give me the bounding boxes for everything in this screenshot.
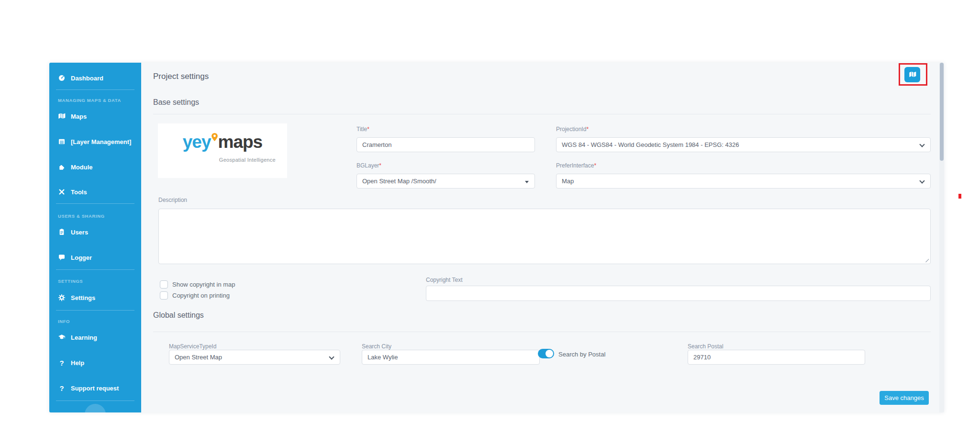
question-mark-icon: ? xyxy=(58,359,66,367)
sidebar-section-settings: SETTINGS xyxy=(58,278,83,284)
sidebar-section-info: INFO xyxy=(58,319,70,324)
page-title: Project settings xyxy=(153,72,209,81)
search-postal-input[interactable] xyxy=(688,350,865,365)
copyright-text-input[interactable] xyxy=(426,286,931,301)
search-city-input[interactable] xyxy=(362,350,540,365)
sidebar-section-managing-maps: MANAGING MAPS & DATA xyxy=(58,98,121,103)
map-icon xyxy=(58,112,66,120)
required-asterisk: * xyxy=(379,162,381,169)
sidebar-item-label: Dashboard xyxy=(71,75,103,82)
title-field-label: Title* xyxy=(356,126,369,133)
preferinterface-field-label: PreferInterface* xyxy=(556,162,596,169)
map-view-button[interactable] xyxy=(904,67,920,82)
description-field-label: Description xyxy=(158,197,187,203)
resize-handle-icon[interactable] xyxy=(924,257,929,262)
projectionid-select[interactable]: WGS 84 - WGS84 - World Geodetic System 1… xyxy=(556,137,931,152)
gear-icon xyxy=(58,294,66,301)
bglayer-selected-value: Open Street Map /Smooth/ xyxy=(362,178,436,185)
sidebar-item-layer-management[interactable]: [Layer Management] xyxy=(58,136,131,147)
user-avatar[interactable] xyxy=(85,404,106,412)
section-divider xyxy=(153,114,931,114)
tools-icon xyxy=(58,188,66,196)
title-input[interactable] xyxy=(356,137,535,152)
checkbox-label: Show copyright in map xyxy=(172,281,235,288)
copyright-on-printing-row[interactable]: Copyright on printing xyxy=(160,291,230,300)
sidebar-item-label: Module xyxy=(71,164,93,171)
chevron-down-icon xyxy=(919,178,924,183)
search-by-postal-label: Search by Postal xyxy=(558,351,605,358)
sidebar-item-label: Tools xyxy=(71,189,87,196)
mapservicetypeid-select[interactable]: Open Street Map xyxy=(169,350,340,365)
logo-text-maps: maps xyxy=(218,132,263,152)
clipboard-icon xyxy=(58,228,66,236)
sidebar-item-label: Support request xyxy=(71,385,119,392)
chat-bubble-icon xyxy=(58,254,66,261)
sidebar-item-learning[interactable]: Learning xyxy=(58,332,97,343)
sidebar-item-users[interactable]: Users xyxy=(58,227,88,237)
base-settings-heading: Base settings xyxy=(153,98,199,107)
bglayer-field-label: BGLayer* xyxy=(356,162,381,169)
global-settings-heading: Global settings xyxy=(153,311,204,320)
save-changes-button[interactable]: Save changes xyxy=(880,391,929,405)
checkbox-label: Copyright on printing xyxy=(172,292,230,299)
search-city-field-label: Search City xyxy=(362,343,391,350)
sidebar-item-label: Help xyxy=(71,359,84,367)
chevron-down-icon xyxy=(329,354,334,359)
preferinterface-select[interactable]: Map xyxy=(556,174,931,189)
sidebar-item-settings[interactable]: Settings xyxy=(58,292,95,303)
preferinterface-selected-value: Map xyxy=(562,178,574,185)
sidebar-divider xyxy=(56,269,134,270)
graduation-cap-icon xyxy=(58,334,66,341)
caret-down-icon xyxy=(525,181,529,183)
projectionid-field-label: ProjectionId* xyxy=(556,126,589,133)
sidebar-item-dashboard[interactable]: Dashboard xyxy=(58,73,103,83)
sidebar-divider xyxy=(56,89,134,90)
description-textarea[interactable] xyxy=(158,209,931,264)
required-asterisk: * xyxy=(586,126,589,133)
sidebar: Dashboard MANAGING MAPS & DATA Maps [Lay… xyxy=(49,63,141,412)
copyright-on-printing-checkbox[interactable] xyxy=(160,291,168,300)
projectionid-selected-value: WGS 84 - WGS84 - World Geodetic System 1… xyxy=(562,141,739,148)
layers-icon xyxy=(58,138,66,145)
required-asterisk: * xyxy=(594,162,596,169)
sidebar-section-users-sharing: USERS & SHARING xyxy=(58,213,105,219)
sidebar-item-label: [Layer Management] xyxy=(71,138,131,145)
sidebar-item-label: Settings xyxy=(71,294,95,301)
question-mark-icon: ? xyxy=(58,384,66,392)
sidebar-divider xyxy=(56,203,134,204)
show-copyright-in-map-checkbox[interactable] xyxy=(160,280,168,289)
sidebar-item-maps[interactable]: Maps xyxy=(58,111,87,122)
toggle-knob xyxy=(546,350,553,357)
puzzle-icon xyxy=(58,163,66,171)
scrollbar-thumb[interactable] xyxy=(940,63,944,161)
app-window: Dashboard MANAGING MAPS & DATA Maps [Lay… xyxy=(49,63,944,412)
sidebar-divider xyxy=(56,310,134,311)
sidebar-item-module[interactable]: Module xyxy=(58,162,93,172)
map-icon xyxy=(909,71,916,78)
required-asterisk: * xyxy=(367,126,369,133)
mapservicetypeid-selected-value: Open Street Map xyxy=(175,354,222,361)
sidebar-item-support-request[interactable]: ? Support request xyxy=(58,383,119,393)
map-pin-icon xyxy=(212,125,218,134)
sidebar-item-label: Learning xyxy=(71,334,97,341)
search-by-postal-toggle[interactable] xyxy=(538,349,554,358)
mapservicetypeid-field-label: MapServiceTypeId xyxy=(169,343,216,350)
scrollbar[interactable] xyxy=(939,63,944,412)
sidebar-item-label: Logger xyxy=(71,254,92,261)
sidebar-divider xyxy=(56,400,134,401)
sidebar-item-label: Maps xyxy=(71,113,87,120)
logo-subtitle: Geospatial Intelligence xyxy=(219,157,276,163)
show-copyright-in-map-row[interactable]: Show copyright in map xyxy=(160,280,235,289)
logo-wordmark: yeymaps xyxy=(158,132,287,152)
logo-text-yey: yey xyxy=(183,132,211,152)
bglayer-select[interactable]: Open Street Map /Smooth/ xyxy=(356,174,535,189)
sidebar-item-logger[interactable]: Logger xyxy=(58,252,92,263)
project-logo: yeymaps Geospatial Intelligence xyxy=(158,123,287,178)
dashboard-icon xyxy=(58,74,66,82)
copyright-text-field-label: Copyright Text xyxy=(426,277,462,283)
search-postal-field-label: Search Postal xyxy=(688,343,724,350)
sidebar-item-tools[interactable]: Tools xyxy=(58,187,87,197)
sidebar-item-label: Users xyxy=(71,229,88,236)
sidebar-item-help[interactable]: ? Help xyxy=(58,357,84,368)
section-divider xyxy=(153,332,931,332)
